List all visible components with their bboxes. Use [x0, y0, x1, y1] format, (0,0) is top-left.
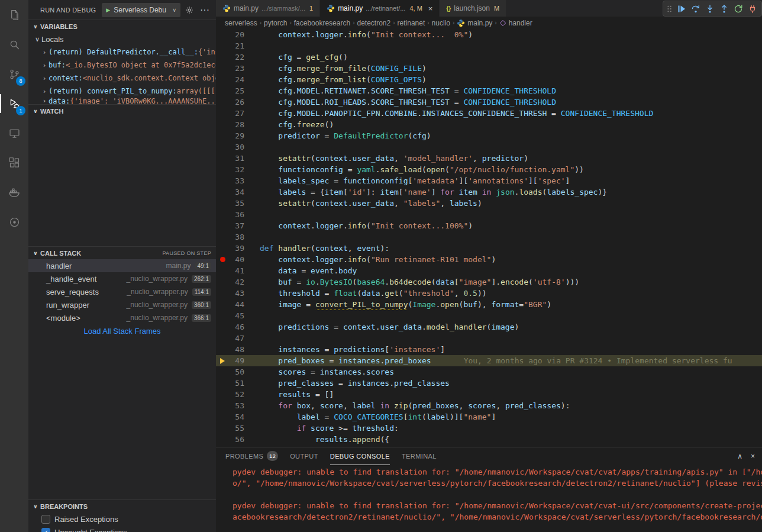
panel-tab-debug-console[interactable]: DEBUG CONSOLE: [330, 447, 390, 465]
code-line[interactable]: 30: [216, 141, 762, 153]
activity-item-source-control[interactable]: 8: [0, 59, 28, 89]
code-line[interactable]: 27 cfg.MODEL.PANOPTIC_FPN.COMBINE.INSTAN…: [216, 108, 762, 119]
code-line[interactable]: 24 cfg.merge_from_list(CONFIG_OPTS): [216, 74, 762, 85]
code-line[interactable]: 55 if score >= threshold:: [216, 423, 762, 434]
maximize-panel-icon[interactable]: ∧: [737, 452, 742, 460]
code-line[interactable]: 50 scores = instances.scores: [216, 366, 762, 378]
load-all-stack-frames-link[interactable]: Load All Stack Frames: [83, 327, 160, 336]
checkbox[interactable]: ✓: [41, 528, 50, 532]
stack-frame-row[interactable]: _handle_event_nuclio_wrapper.py262:1: [28, 272, 216, 285]
stack-frame-row[interactable]: <module>_nuclio_wrapper.py366:1: [28, 311, 216, 324]
step-out-button[interactable]: [717, 2, 731, 16]
stack-frame-row[interactable]: serve_requests_nuclio_wrapper.py114:1: [28, 285, 216, 298]
variable-row[interactable]: ›context: <nuclio_sdk.context.Context ob…: [28, 72, 216, 85]
code-line[interactable]: 36: [216, 209, 762, 220]
code-line[interactable]: 31 setattr(context.user_data, 'model_han…: [216, 153, 762, 164]
code-line[interactable]: 34 labels = {item['id']: item['name'] fo…: [216, 186, 762, 198]
gear-icon[interactable]: [183, 4, 196, 17]
code-line[interactable]: 41 data = event.body: [216, 265, 762, 276]
activity-item-explorer[interactable]: [0, 0, 28, 30]
start-debugging-icon[interactable]: ▶: [106, 7, 110, 13]
chevron-collapsed-icon[interactable]: ›: [40, 88, 49, 95]
code-line[interactable]: 26 cfg.MODEL.ROI_HEADS.SCORE_THRESH_TEST…: [216, 96, 762, 108]
breadcrumb-item[interactable]: handler: [499, 19, 532, 27]
variable-row[interactable]: ›data: {'image': 'iVBORw0KG...AAAANSUhE.…: [28, 98, 216, 104]
watch-section-header[interactable]: ∨ WATCH: [28, 104, 216, 117]
chevron-collapsed-icon[interactable]: ›: [40, 75, 49, 82]
code-editor[interactable]: 20 context.logger.info("Init context... …: [216, 29, 762, 447]
editor-tab-launch-json[interactable]: {}launch.jsonM: [440, 0, 506, 17]
breadcrumb-item[interactable]: main.py: [457, 19, 492, 27]
breadcrumb-item[interactable]: retinanet: [398, 19, 425, 27]
activity-item-extensions[interactable]: [0, 148, 28, 178]
breadcrumb-item[interactable]: serverless: [225, 19, 257, 27]
code-line[interactable]: 53 for box, score, label in zip(pred_box…: [216, 400, 762, 411]
editor-tab-main-py-siammask[interactable]: main.py.../siammask/...1: [216, 0, 320, 17]
activity-item-run-and-debug[interactable]: 1: [0, 89, 28, 118]
debug-console-output[interactable]: pydev debugger: unable to find translati…: [233, 466, 762, 532]
glyph-margin[interactable]: [216, 358, 229, 364]
code-line[interactable]: 48 instances = predictions['instances']: [216, 344, 762, 355]
stack-frame-row[interactable]: handlermain.py49:1: [28, 259, 216, 272]
breakpoint-icon[interactable]: [220, 257, 225, 262]
code-line[interactable]: 47: [216, 333, 762, 344]
code-line[interactable]: 52 results = []: [216, 389, 762, 400]
code-line[interactable]: 54 label = COCO_CATEGORIES[int(label)]["…: [216, 411, 762, 423]
chevron-collapsed-icon[interactable]: ›: [40, 49, 49, 56]
code-line[interactable]: 40 context.logger.info("Run retinanet-R1…: [216, 254, 762, 265]
code-line[interactable]: 49 pred_boxes = instances.pred_boxesYou,…: [216, 355, 762, 366]
activity-item-misc-tool[interactable]: [0, 207, 28, 237]
variable-row[interactable]: ›(return) convert_PIL_to_numpy: array([[…: [28, 85, 216, 98]
code-line[interactable]: 37 context.logger.info("Init context...1…: [216, 220, 762, 231]
checkbox[interactable]: [41, 515, 50, 524]
code-line[interactable]: 51 pred_classes = instances.pred_classes: [216, 378, 762, 389]
variable-row[interactable]: ›(return) DefaultPredictor.__call__: {'i…: [28, 46, 216, 59]
editor-tab-main-py-retinanet[interactable]: main.py.../retinanet/...4, M×: [320, 0, 440, 17]
more-actions-icon[interactable]: ···: [198, 4, 211, 17]
activity-item-docker[interactable]: [0, 178, 28, 207]
continue-button[interactable]: [674, 2, 689, 16]
breadcrumb-item[interactable]: nuclio: [432, 19, 450, 27]
code-line[interactable]: 21: [216, 40, 762, 51]
close-icon[interactable]: ×: [428, 4, 433, 13]
code-line[interactable]: 35 setattr(context.user_data, "labels", …: [216, 198, 762, 209]
variables-section-header[interactable]: ∨ VARIABLES: [28, 20, 216, 33]
disconnect-button[interactable]: [745, 2, 760, 16]
code-line[interactable]: 39def handler(context, event):: [216, 243, 762, 254]
panel-tab-output[interactable]: OUTPUT: [290, 447, 318, 465]
panel-tab-problems[interactable]: PROBLEMS12: [225, 447, 278, 465]
code-line[interactable]: 23 cfg.merge_from_file(CONFIG_FILE): [216, 63, 762, 74]
code-line[interactable]: 56 results.append({: [216, 434, 762, 445]
variables-scope-locals[interactable]: ∨ Locals: [28, 33, 216, 46]
code-line[interactable]: 43 threshold = float(data.get("threshold…: [216, 288, 762, 299]
call-stack-section-header[interactable]: ∨ CALL STACK PAUSED ON STEP: [28, 246, 216, 259]
panel-tab-terminal[interactable]: TERMINAL: [402, 447, 437, 465]
code-line[interactable]: 22 cfg = get_cfg(): [216, 51, 762, 63]
code-line[interactable]: 38: [216, 231, 762, 243]
code-line[interactable]: 25 cfg.MODEL.RETINANET.SCORE_THRESH_TEST…: [216, 85, 762, 96]
breakpoints-section-header[interactable]: ∨ BREAKPOINTS: [28, 499, 216, 512]
code-line[interactable]: 33 labels_spec = functionconfig['metadat…: [216, 175, 762, 186]
variable-row[interactable]: ›buf: <_io.BytesIO object at 0x7f5a2dc1e…: [28, 59, 216, 72]
toolbar-drag-handle[interactable]: [665, 2, 674, 16]
step-over-button[interactable]: [689, 2, 703, 16]
code-line[interactable]: 45: [216, 310, 762, 321]
breadcrumb-item[interactable]: detectron2: [357, 19, 390, 27]
breadcrumb-item[interactable]: facebookresearch: [294, 19, 350, 27]
chevron-collapsed-icon[interactable]: ›: [40, 98, 49, 104]
breadcrumb-item[interactable]: pytorch: [264, 19, 287, 27]
activity-item-search[interactable]: [0, 30, 28, 59]
close-panel-icon[interactable]: ×: [751, 452, 755, 460]
code-line[interactable]: 29 predictor = DefaultPredictor(cfg): [216, 130, 762, 141]
code-line[interactable]: 32 functionconfig = yaml.safe_load(open(…: [216, 164, 762, 175]
step-into-button[interactable]: [703, 2, 717, 16]
code-line[interactable]: 44 image = convert_PIL_to_numpy(Image.op…: [216, 299, 762, 310]
glyph-margin[interactable]: [216, 257, 229, 262]
code-line[interactable]: 42 buf = io.BytesIO(base64.b64decode(dat…: [216, 276, 762, 288]
stack-frame-row[interactable]: run_wrapper_nuclio_wrapper.py360:1: [28, 298, 216, 311]
code-line[interactable]: 28 cfg.freeze(): [216, 119, 762, 130]
code-line[interactable]: 46 predictions = context.user_data.model…: [216, 321, 762, 333]
activity-item-remote-explorer[interactable]: [0, 118, 28, 148]
chevron-collapsed-icon[interactable]: ›: [40, 62, 49, 69]
breakpoint-row[interactable]: ✓Uncaught Exceptions: [28, 525, 216, 532]
